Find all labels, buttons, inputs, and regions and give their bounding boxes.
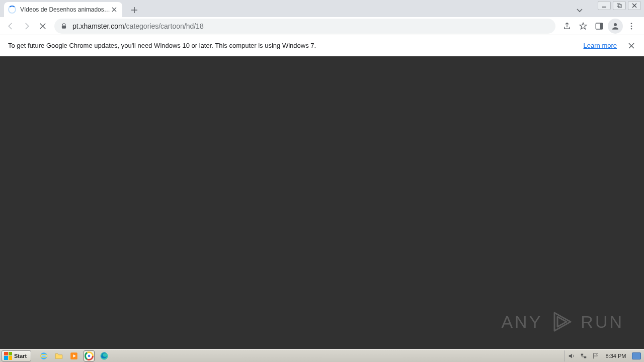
tab-close-button[interactable] bbox=[110, 6, 118, 14]
toolbar-right-icons bbox=[559, 19, 641, 34]
address-bar[interactable]: pt.xhamster.com/categories/cartoon/hd/18 bbox=[54, 19, 555, 34]
close-icon bbox=[628, 43, 634, 49]
tab-strip: Vídeos de Desenhos animados 720p bbox=[0, 0, 644, 17]
loading-spinner-icon bbox=[8, 6, 16, 14]
media-player-icon bbox=[69, 351, 78, 360]
taskbar-app-chrome[interactable] bbox=[84, 351, 94, 361]
minimize-icon bbox=[601, 3, 607, 8]
taskbar-app-media[interactable] bbox=[69, 351, 79, 361]
infobar-close-button[interactable] bbox=[627, 41, 636, 50]
anyrun-watermark: ANY RUN bbox=[501, 310, 624, 334]
taskbar-app-ie[interactable] bbox=[39, 351, 49, 361]
svg-rect-2 bbox=[62, 25, 66, 28]
tray-clock[interactable]: 8:34 PM bbox=[604, 353, 628, 359]
share-icon bbox=[562, 22, 572, 31]
watermark-text-left: ANY bbox=[501, 312, 542, 332]
browser-window: Vídeos de Desenhos animados 720p bbox=[0, 0, 644, 349]
svg-point-5 bbox=[614, 23, 617, 26]
taskbar-app-edge[interactable] bbox=[99, 351, 109, 361]
svg-point-7 bbox=[631, 25, 632, 27]
system-tray: 8:34 PM bbox=[564, 350, 644, 361]
close-icon bbox=[112, 7, 117, 12]
back-button[interactable] bbox=[3, 19, 18, 34]
browser-toolbar: pt.xhamster.com/categories/cartoon/hd/18 bbox=[0, 17, 644, 35]
folder-icon bbox=[54, 351, 63, 360]
tab-title: Vídeos de Desenhos animados 720p bbox=[20, 6, 110, 13]
url-path: /categories/cartoon/hd/18 bbox=[124, 22, 204, 30]
stop-reload-button[interactable] bbox=[35, 19, 50, 34]
close-icon bbox=[38, 22, 47, 31]
plus-icon bbox=[131, 7, 138, 14]
network-icon bbox=[580, 352, 587, 359]
volume-icon bbox=[568, 352, 575, 359]
kebab-icon bbox=[627, 22, 636, 31]
minimize-button[interactable] bbox=[598, 1, 611, 10]
bookmark-button[interactable] bbox=[576, 19, 591, 34]
tray-volume[interactable] bbox=[568, 352, 576, 360]
chevron-down-icon bbox=[576, 7, 583, 14]
infobar-learn-more-link[interactable]: Learn more bbox=[584, 42, 617, 49]
show-desktop-button[interactable] bbox=[632, 352, 641, 359]
panel-icon bbox=[595, 22, 604, 31]
window-caption-buttons bbox=[598, 1, 641, 10]
windows-logo-icon bbox=[4, 352, 12, 360]
update-infobar: To get future Google Chrome updates, you… bbox=[0, 35, 644, 56]
side-panel-button[interactable] bbox=[592, 19, 607, 34]
edge-icon bbox=[100, 351, 109, 360]
page-viewport: ANY RUN bbox=[0, 56, 644, 349]
chrome-icon bbox=[85, 351, 94, 360]
svg-rect-19 bbox=[581, 353, 583, 355]
star-icon bbox=[579, 22, 588, 31]
start-label: Start bbox=[14, 353, 27, 359]
play-triangle-icon bbox=[549, 310, 574, 334]
tray-network[interactable] bbox=[580, 352, 588, 360]
watermark-text-right: RUN bbox=[581, 312, 624, 332]
start-button[interactable]: Start bbox=[2, 350, 31, 361]
infobar-message: To get future Google Chrome updates, you… bbox=[8, 42, 316, 49]
forward-button[interactable] bbox=[19, 19, 34, 34]
url-host: pt.xhamster.com bbox=[72, 22, 124, 30]
ie-icon bbox=[39, 351, 48, 360]
lock-icon bbox=[60, 23, 67, 30]
svg-point-6 bbox=[631, 23, 632, 24]
svg-point-8 bbox=[631, 28, 632, 29]
arrow-right-icon bbox=[22, 22, 31, 31]
tray-flag[interactable] bbox=[592, 352, 600, 360]
search-tabs-button[interactable] bbox=[575, 5, 585, 15]
maximize-icon bbox=[616, 3, 622, 8]
profile-button[interactable] bbox=[608, 19, 623, 34]
share-button[interactable] bbox=[559, 19, 575, 34]
maximize-button[interactable] bbox=[613, 1, 626, 10]
browser-tab[interactable]: Vídeos de Desenhos animados 720p bbox=[4, 2, 122, 17]
arrow-left-icon bbox=[6, 22, 15, 31]
chrome-menu-button[interactable] bbox=[624, 19, 639, 34]
svg-rect-4 bbox=[600, 23, 603, 29]
windows-taskbar: Start 8:34 PM bbox=[0, 349, 644, 362]
taskbar-pinned-apps bbox=[39, 351, 109, 361]
new-tab-button[interactable] bbox=[127, 3, 141, 17]
flag-icon bbox=[592, 352, 599, 359]
taskbar-app-explorer[interactable] bbox=[54, 351, 64, 361]
close-icon bbox=[631, 3, 637, 8]
window-close-button[interactable] bbox=[628, 1, 641, 10]
person-icon bbox=[611, 22, 620, 31]
